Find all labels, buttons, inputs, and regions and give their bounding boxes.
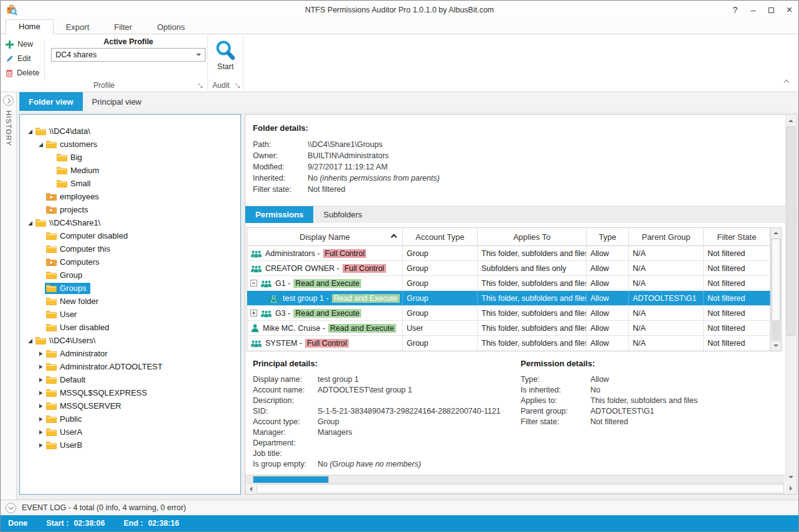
tree-item-label: Administrator <box>60 349 108 358</box>
expand-arrow-icon[interactable] <box>35 364 45 370</box>
tree-item[interactable]: Default <box>20 373 240 386</box>
tree-item[interactable]: employees <box>20 190 240 203</box>
dialog-launcher-icon[interactable] <box>235 83 241 89</box>
expand-box-icon[interactable] <box>250 310 257 316</box>
scroll-down-icon[interactable] <box>771 341 781 351</box>
tree-item[interactable]: Administrator.ADTOOLTEST <box>20 360 240 373</box>
tree-item[interactable]: MSSQLSERVER <box>20 399 240 412</box>
scroll-up-icon[interactable] <box>771 228 781 238</box>
scrollbar-track[interactable] <box>786 336 796 472</box>
tab-subfolders[interactable]: Subfolders <box>313 206 372 223</box>
expand-event-log-button[interactable] <box>6 503 16 513</box>
detail-value: Group <box>318 417 339 427</box>
tab-folder-view[interactable]: Folder view <box>19 92 83 111</box>
close-icon[interactable]: × <box>780 1 798 19</box>
chevron-down-icon <box>196 54 201 59</box>
tree-item-label: Computers <box>60 257 100 267</box>
help-icon[interactable]: ? <box>726 1 744 19</box>
table-row[interactable]: test group 1 - Read and ExecuteGroupThis… <box>247 291 781 306</box>
collapse-arrow-icon[interactable] <box>35 141 45 148</box>
ribbon-tab-filter[interactable]: Filter <box>102 21 144 34</box>
tree-item-inner: MSSQL$SQLEXPRESS <box>45 387 151 399</box>
table-row[interactable]: Administrators - Full ControlGroupThis f… <box>247 246 781 261</box>
table-row[interactable]: CREATOR OWNER - Full ControlGroupSubfold… <box>247 261 781 276</box>
tree-item[interactable]: \\DC4\Users\ <box>20 334 240 347</box>
expand-arrow-icon[interactable] <box>35 429 45 435</box>
expand-arrow-icon[interactable] <box>35 377 45 383</box>
collapse-ribbon-icon[interactable] <box>785 75 788 87</box>
horizontal-scrollbar[interactable] <box>245 483 785 494</box>
expand-arrow-icon[interactable] <box>35 403 45 409</box>
scrollbar-track[interactable] <box>772 321 780 341</box>
dialog-launcher-icon[interactable] <box>198 83 204 89</box>
tree-item[interactable]: Big <box>20 151 240 164</box>
collapse-arrow-icon[interactable] <box>25 128 34 135</box>
tree-item[interactable]: Small <box>20 177 240 190</box>
minimize-icon[interactable]: – <box>744 1 762 19</box>
collapse-arrow-icon[interactable] <box>25 220 34 226</box>
collapse-arrow-icon[interactable] <box>25 338 34 344</box>
column-header[interactable]: Applies To <box>478 228 587 246</box>
tree-item[interactable]: \\DC4\Share1\ <box>20 216 240 229</box>
start-audit-button[interactable]: Start <box>214 39 237 71</box>
scroll-left-icon[interactable] <box>245 483 256 494</box>
tree-item[interactable]: customers <box>20 138 240 151</box>
maximize-icon[interactable] <box>762 1 780 19</box>
table-row[interactable]: G1 - Read and ExecuteGroupThis folder, s… <box>247 276 781 291</box>
active-profile-dropdown[interactable]: DC4 shares <box>51 48 206 62</box>
scroll-right-icon[interactable] <box>785 483 796 494</box>
column-header-label: Account Type <box>415 232 465 242</box>
table-scrollbar[interactable] <box>770 228 781 351</box>
new-profile-button[interactable]: New <box>6 39 39 50</box>
expand-arrow-icon[interactable] <box>35 390 45 396</box>
expand-arrow-icon[interactable] <box>35 442 45 449</box>
tree-item[interactable]: Medium <box>20 164 240 177</box>
tree-item[interactable]: \\DC4\data\ <box>20 125 240 138</box>
scrollbar-thumb[interactable] <box>787 126 795 336</box>
expand-arrow-icon[interactable] <box>35 416 45 422</box>
tree-item[interactable]: Computers <box>20 255 240 268</box>
column-header[interactable]: Account Type <box>403 228 478 246</box>
column-header[interactable]: Filter State <box>704 228 770 246</box>
ribbon-tab-options[interactable]: Options <box>144 21 197 34</box>
table-row[interactable]: SYSTEM - Full ControlGroupThis folder, s… <box>247 336 781 351</box>
table-row[interactable]: G3 - Read and ExecuteGroupThis folder, s… <box>247 306 781 321</box>
panel-scrollbar[interactable] <box>785 115 796 482</box>
tree-item[interactable]: User <box>20 308 240 321</box>
scroll-up-icon[interactable] <box>786 115 796 126</box>
tree-item[interactable]: Computer disabled <box>20 229 240 242</box>
tree-item-inner: Computers <box>45 257 103 268</box>
tree-item[interactable]: UserB <box>20 439 240 452</box>
tree-item-inner: Medium <box>55 165 103 176</box>
column-header[interactable]: Display Name <box>247 228 403 246</box>
expand-history-button[interactable] <box>3 95 14 106</box>
tree-item[interactable]: Administrator <box>20 347 240 360</box>
tree-item-inner: customers <box>45 139 101 150</box>
parent-group-cell: ADTOOLTEST\G1 <box>629 291 704 305</box>
tree-item[interactable]: MSSQL$SQLEXPRESS <box>20 386 240 399</box>
tree-item[interactable]: Groups <box>20 282 240 295</box>
tree-item[interactable]: Public <box>20 412 240 425</box>
delete-profile-button[interactable]: Delete <box>6 67 39 78</box>
tree-item[interactable]: New folder <box>20 295 240 308</box>
table-row[interactable]: Mike MC. Cruise - Read and ExecuteUserTh… <box>247 321 781 336</box>
scrollbar-thumb[interactable] <box>772 239 780 321</box>
tree-item[interactable]: User disabled <box>20 321 240 334</box>
ribbon-tab-export[interactable]: Export <box>54 21 102 34</box>
edit-profile-button[interactable]: Edit <box>6 53 39 64</box>
column-header[interactable]: Type <box>587 228 629 246</box>
collapse-box-icon[interactable] <box>250 280 257 287</box>
ribbon-tab-home[interactable]: Home <box>6 19 54 34</box>
tree-item[interactable]: Group <box>20 268 240 282</box>
expand-arrow-icon[interactable] <box>35 351 45 357</box>
folder-icon <box>46 362 57 371</box>
tab-principal-view[interactable]: Principal view <box>83 92 151 111</box>
scrollbar-thumb[interactable] <box>257 484 784 493</box>
tree-item[interactable]: UserA <box>20 425 240 439</box>
principal-name: test group 1 - <box>283 294 329 303</box>
tree-item[interactable]: projects <box>20 203 240 216</box>
tree-item[interactable]: Computer this <box>20 242 240 255</box>
tab-permissions[interactable]: Permissions <box>245 206 313 223</box>
scroll-down-icon[interactable] <box>786 472 796 482</box>
column-header[interactable]: Parent Group <box>629 228 704 246</box>
